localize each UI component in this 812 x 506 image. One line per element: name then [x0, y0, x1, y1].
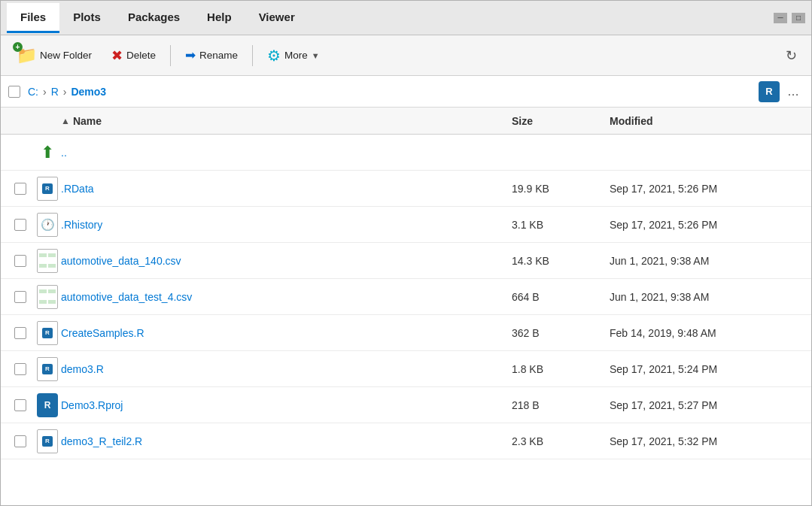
maximize-button[interactable]: □	[792, 13, 805, 23]
r-file-icon: R	[37, 321, 58, 345]
row-checkbox[interactable]	[7, 435, 34, 447]
file-name[interactable]: CreateSamples.R	[61, 327, 512, 339]
table-row[interactable]: 🕐 .Rhistory 3.1 KB Sep 17, 2021, 5:26 PM	[1, 207, 811, 243]
window-controls: ─ □	[774, 13, 805, 23]
file-modified: Sep 17, 2021, 5:24 PM	[610, 363, 805, 375]
file-icon-rhistory: 🕐	[34, 213, 61, 237]
file-icon-r3: R	[34, 429, 61, 453]
file-name[interactable]: .Rhistory	[61, 219, 512, 231]
toolbar-separator-2	[252, 45, 253, 66]
file-icon-rproj: R	[34, 393, 61, 417]
header-size[interactable]: Size	[512, 115, 610, 127]
file-icon-csv1	[34, 249, 61, 273]
file-size: 1.8 KB	[512, 363, 610, 375]
table-row[interactable]: R .RData 19.9 KB Sep 17, 2021, 5:26 PM	[1, 171, 811, 207]
file-name[interactable]: demo3_R_teil2.R	[61, 435, 512, 447]
row-checkbox[interactable]	[7, 399, 34, 411]
tab-help[interactable]: Help	[193, 3, 245, 33]
gear-icon: ⚙	[267, 47, 281, 65]
breadcrumb-checkbox[interactable]	[8, 86, 20, 98]
breadcrumb-bar: C: › R › Demo3 R …	[1, 76, 811, 108]
rproj-file-icon: R	[37, 393, 58, 417]
breadcrumb-c[interactable]: C:	[28, 86, 38, 98]
tab-plots[interactable]: Plots	[59, 3, 114, 33]
file-icon-r2: R	[34, 357, 61, 381]
file-size: 19.9 KB	[512, 183, 610, 195]
row-checkbox[interactable]	[7, 327, 34, 339]
file-table-header: ▲ Name Size Modified	[1, 108, 811, 135]
rdata-file-icon: R	[37, 177, 58, 201]
rename-icon: ➡	[185, 47, 196, 63]
breadcrumb-r[interactable]: R	[51, 86, 59, 98]
tab-packages[interactable]: Packages	[114, 3, 193, 33]
tab-files[interactable]: Files	[7, 3, 59, 33]
breadcrumb-sep-2: ›	[63, 86, 67, 98]
header-name[interactable]: ▲ Name	[61, 115, 512, 127]
plus-badge-icon: +	[13, 42, 23, 52]
file-modified: Jun 1, 2021, 9:38 AM	[610, 291, 805, 303]
table-row[interactable]: ⬆ ..	[1, 135, 811, 171]
toolbar: 📁 + New Folder ✖ Delete ➡ Rename ⚙ More …	[1, 35, 811, 76]
file-icon-rdata: R	[34, 177, 61, 201]
breadcrumb-more-button[interactable]: …	[783, 83, 804, 100]
table-row[interactable]: R demo3_R_teil2.R 2.3 KB Sep 17, 2021, 5…	[1, 423, 811, 459]
refresh-button[interactable]: ↻	[779, 43, 804, 68]
table-row[interactable]: automotive_data_test_4.csv 664 B Jun 1, …	[1, 279, 811, 315]
csv-file-icon	[37, 249, 58, 273]
row-checkbox[interactable]	[7, 183, 34, 195]
tab-viewer[interactable]: Viewer	[245, 3, 309, 33]
file-name[interactable]: automotive_data_test_4.csv	[61, 291, 512, 303]
tab-bar: Files Plots Packages Help Viewer ─ □	[1, 1, 811, 35]
file-name[interactable]: automotive_data_140.csv	[61, 255, 512, 267]
file-name[interactable]: demo3.R	[61, 363, 512, 375]
file-icon-r1: R	[34, 321, 61, 345]
file-size: 218 B	[512, 399, 610, 411]
file-modified: Feb 14, 2019, 9:48 AM	[610, 327, 805, 339]
toolbar-separator	[170, 45, 171, 66]
r-file-icon: R	[37, 357, 58, 381]
refresh-icon: ↻	[786, 47, 797, 64]
file-list: ⬆ .. R .RData 19.9 KB Sep 17, 2021, 5:26…	[1, 135, 811, 505]
table-row[interactable]: R CreateSamples.R 362 B Feb 14, 2019, 9:…	[1, 315, 811, 351]
csv-file-icon	[37, 285, 58, 309]
table-row[interactable]: automotive_data_140.csv 14.3 KB Jun 1, 2…	[1, 243, 811, 279]
dropdown-arrow-icon: ▼	[312, 51, 320, 60]
up-arrow-icon: ⬆	[41, 143, 54, 162]
file-modified: Sep 17, 2021, 5:26 PM	[610, 219, 805, 231]
file-modified: Sep 17, 2021, 5:27 PM	[610, 399, 805, 411]
file-modified: Sep 17, 2021, 5:32 PM	[610, 435, 805, 447]
r-file-icon: R	[37, 429, 58, 453]
delete-button[interactable]: ✖ Delete	[103, 43, 164, 68]
row-checkbox[interactable]	[7, 219, 34, 231]
file-size: 2.3 KB	[512, 435, 610, 447]
rename-button[interactable]: ➡ Rename	[177, 43, 246, 68]
file-modified: Jun 1, 2021, 9:38 AM	[610, 255, 805, 267]
file-icon-parent: ⬆	[34, 143, 61, 162]
row-checkbox[interactable]	[7, 363, 34, 375]
header-modified[interactable]: Modified	[610, 115, 805, 127]
file-size: 362 B	[512, 327, 610, 339]
table-row[interactable]: R demo3.R 1.8 KB Sep 17, 2021, 5:24 PM	[1, 351, 811, 387]
file-name[interactable]: Demo3.Rproj	[61, 399, 512, 411]
file-icon-csv2	[34, 285, 61, 309]
file-size: 14.3 KB	[512, 255, 610, 267]
minimize-button[interactable]: ─	[774, 13, 787, 23]
new-folder-button[interactable]: 📁 + New Folder	[8, 41, 100, 70]
sort-arrow-icon: ▲	[61, 116, 70, 126]
file-size: 664 B	[512, 291, 610, 303]
file-size: 3.1 KB	[512, 219, 610, 231]
rhistory-file-icon: 🕐	[37, 213, 58, 237]
file-name[interactable]: .RData	[61, 183, 512, 195]
more-button[interactable]: ⚙ More ▼	[259, 42, 328, 69]
table-row[interactable]: R Demo3.Rproj 218 B Sep 17, 2021, 5:27 P…	[1, 387, 811, 423]
r-project-badge: R	[759, 81, 780, 102]
file-name[interactable]: ..	[61, 147, 512, 159]
breadcrumb-sep-1: ›	[43, 86, 47, 98]
row-checkbox[interactable]	[7, 255, 34, 267]
breadcrumb-demo3[interactable]: Demo3	[71, 86, 106, 98]
file-modified: Sep 17, 2021, 5:26 PM	[610, 183, 805, 195]
row-checkbox[interactable]	[7, 291, 34, 303]
delete-icon: ✖	[111, 47, 123, 64]
